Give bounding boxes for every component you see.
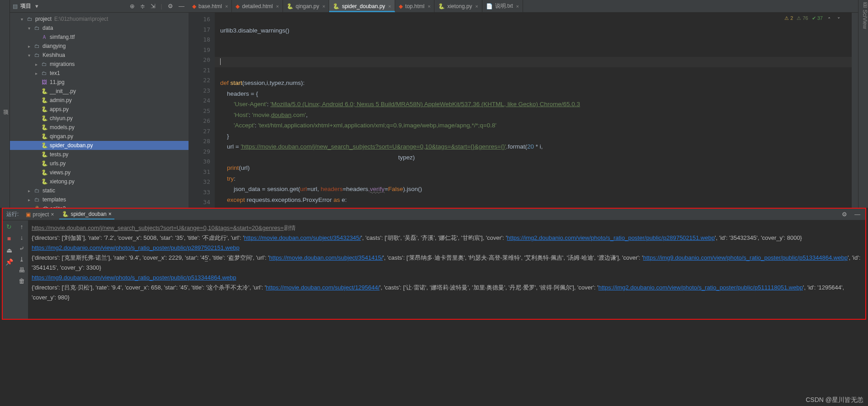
close-icon[interactable]: × — [276, 4, 279, 9]
editor-area: ◆base.html×◆detailed.html×🐍qingan.py×🐍sp… — [189, 0, 858, 208]
divider-icon: | — [160, 2, 164, 10]
hide-icon[interactable]: — — [177, 2, 186, 10]
print-icon[interactable]: 🖶 — [17, 266, 26, 275]
clear-icon[interactable]: 🗑 — [17, 276, 26, 285]
tab-spider_douban-py[interactable]: 🐍spider_douban.py× — [329, 0, 395, 12]
down-icon[interactable]: ↓ — [17, 233, 26, 242]
tree-item-tests-py[interactable]: 🐍tests.py — [10, 150, 189, 159]
close-icon[interactable]: × — [322, 4, 325, 9]
soft-wrap-icon[interactable]: ⤶ — [17, 244, 26, 253]
tree-item-admin-py[interactable]: 🐍admin.py — [10, 96, 189, 105]
tab-qingan-py[interactable]: 🐍qingan.py× — [283, 0, 329, 12]
run-tabs[interactable]: ▣project ×🐍spider_douban × — [23, 210, 114, 219]
project-tree[interactable]: ▾🗀projectE:\01zhuomian\project▾🗀dataＡsim… — [10, 13, 189, 208]
watermark: CSDN @星川皆无恙 — [806, 396, 863, 404]
tree-item-project[interactable]: ▾🗀projectE:\01zhuomian\project — [10, 14, 189, 23]
close-icon[interactable]: × — [516, 4, 519, 9]
left-stripe[interactable]: 项目 — [0, 0, 10, 208]
gutter: 16171819202122232425262728293031323334 — [189, 13, 215, 208]
tree-item-models-py[interactable]: 🐍models.py — [10, 123, 189, 132]
tree-item-views-py[interactable]: 🐍views.py — [10, 168, 189, 177]
tab-xietong-py[interactable]: 🐍xietong.py× — [434, 0, 482, 12]
chevron-up-icon[interactable]: ˄ — [826, 15, 832, 24]
tree-item-keshihua[interactable]: ▾🗀Keshihua — [10, 51, 189, 60]
run-header: 运行: ▣project ×🐍spider_douban × ⚙ — — [3, 209, 865, 220]
tree-item-data[interactable]: ▾🗀data — [10, 23, 189, 33]
project-tool-window: ▤ 项目 ▾ ⊕ ≑ ⇲ | ⚙ — ▾🗀projectE:\01zhuomia… — [10, 0, 189, 208]
close-icon[interactable]: × — [475, 4, 478, 9]
tree-item-spider_douban-py[interactable]: 🐍spider_douban.py — [10, 141, 189, 150]
tree-item-tex1[interactable]: ▸🗀tex1 — [10, 69, 189, 78]
locate-icon[interactable]: ⊕ — [128, 2, 136, 10]
console-output[interactable]: https://movie.douban.com/j/new_search_su… — [28, 209, 865, 319]
editor-tabs[interactable]: ◆base.html×◆detailed.html×🐍qingan.py×🐍sp… — [189, 0, 858, 13]
close-icon[interactable]: × — [51, 211, 54, 218]
run-label: 运行: — [6, 210, 19, 218]
rerun-icon[interactable]: ↻ — [5, 222, 14, 231]
run-toolbar-primary: ↻ ■ ⏏ 📌 — [3, 209, 15, 319]
tree-item-simfang-ttf[interactable]: Ａsimfang.ttf — [10, 33, 189, 42]
tree-item-11-jpg[interactable]: 🖼11.jpg — [10, 78, 189, 87]
tree-item-diangying[interactable]: ▸🗀diangying — [10, 42, 189, 51]
tree-item-migrations[interactable]: ▸🗀migrations — [10, 60, 189, 69]
project-header: ▤ 项目 ▾ ⊕ ≑ ⇲ | ⚙ — — [10, 0, 189, 13]
tree-item-urls-py[interactable]: 🐍urls.py — [10, 159, 189, 168]
project-title: 项目 — [20, 2, 31, 10]
editor-body: 16171819202122232425262728293031323334 u… — [189, 13, 858, 208]
tree-item-__init__-py[interactable]: 🐍__init__.py — [10, 87, 189, 96]
code-editor[interactable]: urllib3.disable_warnings() def start(ses… — [215, 13, 858, 208]
tab-top-html[interactable]: ◆top.html× — [395, 0, 434, 12]
run-toolbar-secondary: ↑ ↓ ⤶ ⤓ 🖶 🗑 — [15, 209, 28, 319]
chevron-down-icon[interactable]: ˅ — [836, 15, 842, 24]
tree-item-qingan-py[interactable]: 🐍qingan.py — [10, 132, 189, 141]
inspection-widget[interactable]: ⚠ 2 ⚠ 76 ✔ 37 ˄ ˅ — [784, 15, 842, 24]
close-icon[interactable]: × — [428, 4, 430, 9]
dropdown-icon[interactable]: ▾ — [34, 2, 40, 10]
tree-item-db-sqlite3[interactable]: 🛢db.sqlite3 — [10, 204, 189, 208]
minimize-icon[interactable]: — — [853, 210, 862, 219]
tree-item-static[interactable]: ▸🗀static — [10, 186, 189, 195]
close-icon[interactable]: × — [225, 4, 228, 9]
weak-warning-icon[interactable]: ⚠ 76 — [797, 15, 808, 24]
tree-item-chiyun-py[interactable]: 🐍chiyun.py — [10, 114, 189, 123]
error-stripe[interactable] — [852, 13, 858, 208]
folder-icon: ▤ — [13, 3, 18, 9]
run-tab-project[interactable]: ▣project × — [23, 210, 57, 219]
tab-detailed-html[interactable]: ◆detailed.html× — [232, 0, 283, 12]
close-icon[interactable]: × — [108, 211, 112, 217]
run-tab-spider_douban[interactable]: 🐍spider_douban × — [59, 210, 114, 219]
pin-icon[interactable]: 📌 — [5, 257, 14, 266]
collapse-icon[interactable]: ≑ — [139, 2, 146, 10]
exit-icon[interactable]: ⏏ — [5, 246, 14, 255]
gear-icon[interactable]: ⚙ — [840, 210, 849, 219]
typo-icon[interactable]: ✔ 37 — [812, 15, 823, 24]
right-stripe[interactable]: 🗄 SciView — [858, 0, 868, 208]
tree-item-apps-py[interactable]: 🐍apps.py — [10, 105, 189, 114]
database-icon[interactable]: 🗄 — [862, 2, 868, 8]
tree-item-templates[interactable]: ▸🗀templates — [10, 195, 189, 204]
scroll-to-end-icon[interactable]: ⤓ — [17, 255, 26, 264]
run-tool-window: 运行: ▣project ×🐍spider_douban × ⚙ — ↻ ■ ⏏… — [2, 208, 866, 320]
warning-icon[interactable]: ⚠ 2 — [784, 15, 793, 24]
expand-icon[interactable]: ⇲ — [149, 2, 157, 10]
tree-item-xietong-py[interactable]: 🐍xietong.py — [10, 177, 189, 186]
gear-icon[interactable]: ⚙ — [166, 2, 175, 10]
stop-icon[interactable]: ■ — [5, 234, 14, 243]
up-icon[interactable]: ↑ — [17, 222, 26, 231]
close-icon[interactable]: × — [388, 4, 391, 9]
tab-base-html[interactable]: ◆base.html× — [189, 0, 232, 12]
tab--txt[interactable]: 📄说明.txt× — [482, 0, 523, 12]
